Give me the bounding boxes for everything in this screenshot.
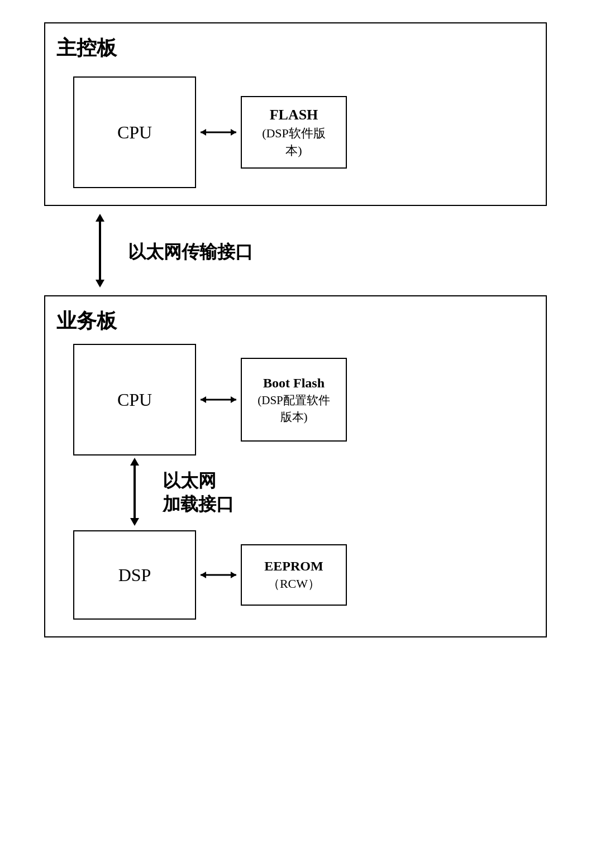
- svg-marker-8: [231, 396, 236, 403]
- eeprom-line2: （RCW）: [264, 576, 323, 593]
- flash-line1: FLASH: [262, 105, 326, 125]
- service-cpu-box: CPU: [73, 344, 196, 455]
- service-board-section: 业务板 CPU Boot Flash (DSP配置软件: [44, 295, 547, 637]
- boot-flash-box: Boot Flash (DSP配置软件 版本): [241, 358, 347, 442]
- flash-line3: 本): [262, 142, 326, 160]
- eeprom-box: EEPROM （RCW）: [241, 544, 347, 606]
- between-boards-area: 以太网传输接口: [44, 206, 547, 295]
- eeprom-line1: EEPROM: [264, 557, 323, 576]
- service-dsp-label: DSP: [118, 565, 151, 586]
- svg-marker-13: [201, 572, 206, 578]
- main-board-section: 主控板 CPU FLASH (DSP软件版 本): [44, 22, 547, 206]
- service-dsp-eeprom-arrow: [196, 567, 241, 583]
- svg-marker-14: [231, 572, 236, 578]
- service-cpu-label: CPU: [117, 390, 152, 410]
- service-cpu-bootflash-arrow: [196, 391, 241, 408]
- boot-flash-line3: 版本): [258, 409, 330, 425]
- boot-flash-line1: Boot Flash: [258, 374, 330, 393]
- svg-marker-4: [96, 214, 104, 222]
- vertical-arrow-main-to-service: [89, 212, 111, 290]
- svg-marker-5: [96, 280, 104, 287]
- main-flash-box: FLASH (DSP软件版 本): [241, 96, 347, 169]
- service-dsp-row: DSP EEPROM （RCW）: [73, 530, 347, 620]
- svg-marker-2: [231, 129, 236, 136]
- ethernet-transfer-label: 以太网传输接口: [128, 240, 253, 265]
- boot-flash-line2: (DSP配置软件: [258, 392, 330, 409]
- vertical-arrow-cpu-to-dsp: [123, 455, 146, 530]
- main-board-label: 主控板: [56, 35, 535, 62]
- service-board-label: 业务板: [56, 308, 535, 335]
- service-cpu-row: CPU Boot Flash (DSP配置软件 版本): [73, 344, 347, 455]
- diagram-container: 主控板 CPU FLASH (DSP软件版 本): [44, 22, 547, 637]
- service-dsp-box: DSP: [73, 530, 196, 620]
- main-cpu-label: CPU: [117, 122, 152, 143]
- load-interface-line1: 以太网: [163, 469, 234, 493]
- svg-marker-1: [201, 129, 206, 136]
- main-cpu-flash-arrow: [196, 124, 241, 141]
- svg-marker-7: [201, 396, 206, 403]
- svg-marker-10: [130, 458, 139, 466]
- svg-marker-11: [130, 518, 139, 526]
- load-interface-line2: 加载接口: [163, 493, 234, 516]
- flash-line2: (DSP软件版: [262, 125, 326, 142]
- main-cpu-box: CPU: [73, 76, 196, 188]
